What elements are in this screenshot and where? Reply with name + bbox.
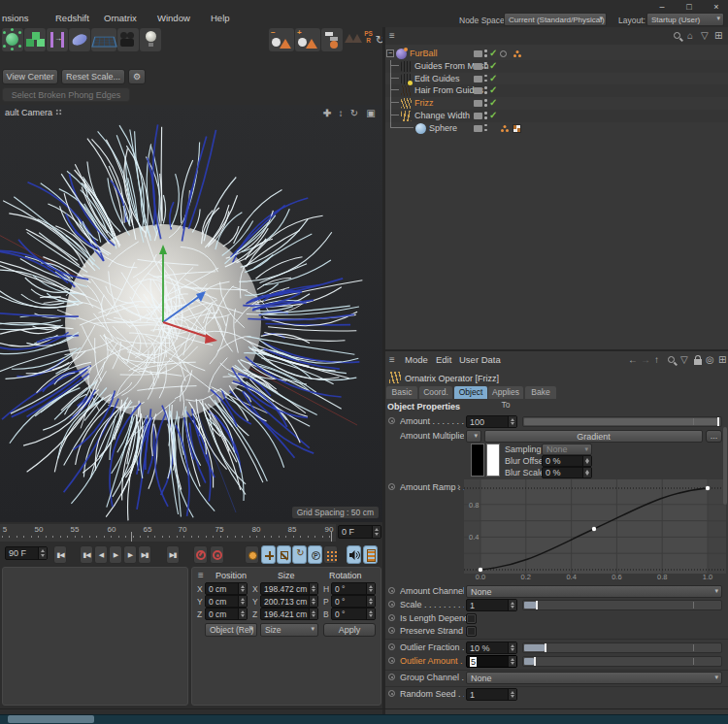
- gradient-button[interactable]: Gradient: [484, 430, 703, 443]
- ramp-expander-icon[interactable]: ›: [457, 481, 460, 492]
- anim-dot[interactable]: [388, 417, 395, 424]
- material-manager[interactable]: [2, 567, 188, 706]
- current-frame-input[interactable]: 90 F: [5, 546, 48, 560]
- layer-color-box[interactable]: [474, 50, 482, 57]
- object-label[interactable]: Frizz: [414, 98, 434, 108]
- minimize-button[interactable]: –: [654, 1, 670, 13]
- sound-button[interactable]: [347, 545, 361, 564]
- am-lock-icon[interactable]: [694, 359, 702, 365]
- zoom-view-icon[interactable]: ↕: [334, 107, 347, 120]
- am-target-icon[interactable]: ◎: [706, 354, 714, 365]
- visibility-dots-icon[interactable]: [484, 62, 487, 71]
- light-icon[interactable]: [140, 28, 161, 51]
- am-menu-edit[interactable]: Edit: [436, 354, 451, 365]
- goto-next-key-button[interactable]: ▶▮: [138, 545, 151, 564]
- am-filter-icon[interactable]: ▽: [680, 354, 688, 365]
- visibility-dots-icon[interactable]: [484, 124, 487, 133]
- preserve-strand-length-checkbox[interactable]: [466, 626, 477, 637]
- select-broken-phong-button[interactable]: Select Broken Phong Edges: [2, 87, 130, 102]
- outlier-amount-slider[interactable]: [522, 656, 722, 667]
- blur-scale-input[interactable]: 0 %: [542, 467, 592, 478]
- viewport[interactable]: ault Camera ✚ ↕ ↻ ▣ Grid Spacing : 50 cm: [0, 105, 382, 522]
- bottom-scrollbar-thumb[interactable]: [8, 715, 94, 723]
- object-label[interactable]: Sphere: [429, 123, 457, 133]
- group-channel-select[interactable]: None▾: [466, 672, 722, 684]
- gear-button[interactable]: ⚙: [128, 69, 146, 84]
- anim-dot[interactable]: [388, 483, 395, 490]
- layer-color-box[interactable]: [474, 125, 482, 132]
- visibility-dots-icon[interactable]: [484, 86, 487, 95]
- layer-color-box[interactable]: [474, 100, 482, 107]
- size-z-input[interactable]: 196.421 cm: [260, 608, 318, 620]
- psr-transfer-icon[interactable]: PSR: [364, 28, 373, 51]
- pos-z-input[interactable]: 0 cm: [205, 608, 248, 620]
- camera-icon[interactable]: [117, 28, 139, 51]
- sampling-select[interactable]: None▾: [542, 444, 592, 455]
- bottom-scrollbar-track[interactable]: [0, 714, 728, 724]
- rot-p-input[interactable]: 0 °: [331, 595, 376, 608]
- spinner[interactable]: [372, 526, 381, 538]
- outlier-fraction-input[interactable]: 10 %: [466, 642, 517, 654]
- tree-row-furball[interactable]: −FurBall✓: [385, 48, 728, 60]
- scale-slider[interactable]: [522, 600, 722, 610]
- layer-color-box[interactable]: [474, 113, 482, 119]
- autokey-button[interactable]: [210, 545, 224, 564]
- size-x-input[interactable]: 198.472 cm: [260, 582, 318, 595]
- tree-row-edit-guides[interactable]: Edit Guides✓: [385, 73, 728, 85]
- layer-color-box[interactable]: [474, 87, 482, 94]
- record-rotation-button[interactable]: ↻: [292, 545, 307, 564]
- visibility-dots-icon[interactable]: [484, 99, 487, 108]
- layer-color-box[interactable]: [474, 76, 482, 82]
- object-label[interactable]: Edit Guides: [414, 74, 460, 83]
- object-label[interactable]: Change Width: [414, 111, 470, 120]
- coord-menu-icon[interactable]: ≡: [198, 570, 204, 580]
- tab-basic[interactable]: Basic: [386, 386, 417, 399]
- om-search-icon[interactable]: [674, 32, 680, 39]
- capsule-icon[interactable]: [69, 28, 90, 51]
- coord-size-select[interactable]: Size▾: [260, 623, 318, 637]
- anim-dot[interactable]: [388, 690, 395, 697]
- menu-nsions[interactable]: nsions: [2, 13, 28, 23]
- om-hamburger-icon[interactable]: ≡: [389, 30, 395, 41]
- am-search-icon[interactable]: [668, 356, 675, 363]
- amount-ramp-curve[interactable]: 0.00.20.40.60.81.00.40.8: [464, 479, 726, 582]
- enabled-check-icon[interactable]: ✓: [489, 84, 497, 95]
- anim-dot[interactable]: [388, 657, 395, 664]
- amount-input[interactable]: 100: [466, 415, 517, 428]
- maximize-button[interactable]: □: [681, 1, 697, 13]
- om-home-icon[interactable]: ⌂: [687, 30, 693, 41]
- texture-tag-icon[interactable]: [513, 124, 521, 133]
- anim-dot[interactable]: [388, 587, 395, 594]
- om-filter-icon[interactable]: ▽: [701, 30, 709, 41]
- enabled-check-icon[interactable]: ✓: [489, 73, 497, 83]
- random-seed-input[interactable]: 1: [466, 688, 517, 701]
- tab-bake[interactable]: Bake: [525, 386, 556, 399]
- menu-redshift[interactable]: Redshift: [55, 13, 89, 23]
- enabled-check-icon[interactable]: ✓: [489, 60, 497, 71]
- layout-select[interactable]: Startup (User)▾: [646, 13, 724, 26]
- tree-row-hair-from-guides[interactable]: Hair From Guides✓: [385, 84, 728, 97]
- keyframe-selection-button[interactable]: [245, 545, 259, 564]
- blur-offset-input[interactable]: 0 %: [542, 455, 592, 467]
- node-space-select[interactable]: Current (Standard/Physical)▾: [504, 13, 607, 26]
- layer-color-box[interactable]: [474, 63, 482, 70]
- pos-x-input[interactable]: 0 cm: [205, 582, 248, 595]
- record-position-button[interactable]: [261, 545, 276, 564]
- camera-menu-icon[interactable]: [55, 109, 62, 115]
- visibility-dots-icon[interactable]: [484, 112, 487, 120]
- phong-tag-icon[interactable]: [513, 49, 522, 59]
- boolean-add-icon[interactable]: +: [295, 28, 320, 51]
- rot-b-input[interactable]: 0 °: [331, 608, 376, 620]
- amount-slider[interactable]: [522, 416, 722, 427]
- scale-input[interactable]: 1: [466, 599, 517, 611]
- boolean-subtract-icon[interactable]: −: [269, 28, 294, 51]
- am-menu-userdata[interactable]: User Data: [459, 354, 501, 365]
- tab-coord[interactable]: Coord.: [419, 386, 452, 399]
- tree-row-change-width[interactable]: Change Width✓: [385, 110, 728, 122]
- phong-tag-icon[interactable]: [500, 124, 510, 134]
- play-button[interactable]: ▶: [109, 545, 122, 564]
- visibility-dots-icon[interactable]: [484, 75, 487, 83]
- keyframe-bars-button[interactable]: [363, 545, 378, 564]
- tree-row-frizz[interactable]: Frizz✓: [385, 97, 728, 110]
- am-back-icon[interactable]: ←: [628, 354, 638, 365]
